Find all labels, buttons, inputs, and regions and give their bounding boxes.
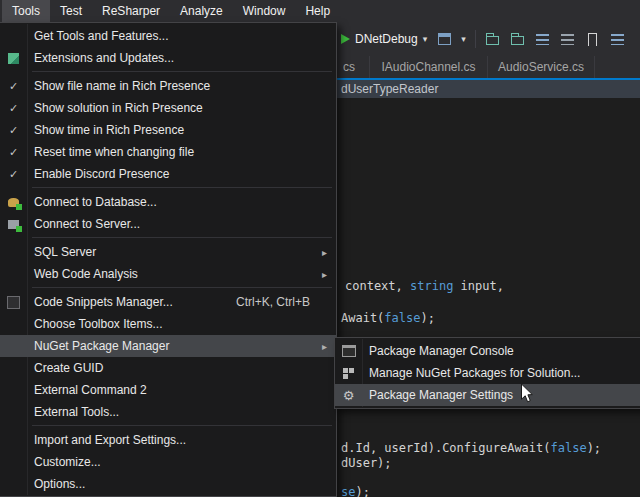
- bookmark-icon[interactable]: [585, 31, 601, 47]
- menubar-item-tools[interactable]: Tools: [2, 0, 50, 22]
- menu-item-label: Enable Discord Presence: [34, 167, 169, 181]
- menu-item-create-guid[interactable]: Create GUID: [0, 357, 336, 379]
- tab-cs[interactable]: cs: [337, 56, 369, 78]
- menu-icon-slot: [4, 476, 23, 492]
- menu-item-sql-server[interactable]: SQL Server▸: [0, 241, 336, 263]
- menu-item-nuget-package-manager[interactable]: NuGet Package Manager▸: [0, 335, 336, 357]
- menubar-item-resharper[interactable]: ReSharper: [92, 0, 170, 22]
- menu-item-connect-to-database[interactable]: Connect to Database...: [0, 191, 336, 213]
- menu-item-label: Code Snippets Manager...: [34, 295, 173, 309]
- menu-item-label: Get Tools and Features...: [34, 29, 169, 43]
- menu-item-label: Connect to Database...: [34, 195, 157, 209]
- menu-item-extensions-and-updates[interactable]: Extensions and Updates...: [0, 47, 336, 69]
- chevron-down-icon[interactable]: ▾: [461, 34, 466, 44]
- check-icon: ✓: [4, 166, 23, 182]
- menu-item-get-tools-and-features[interactable]: Get Tools and Features...: [0, 25, 336, 47]
- menu-item-show-solution-in-rich-presence[interactable]: ✓Show solution in Rich Presence: [0, 97, 336, 119]
- extensions-icon: [4, 50, 23, 66]
- menu-icon-slot: [4, 28, 23, 44]
- check-icon: ✓: [4, 122, 23, 138]
- menu-item-label: Extensions and Updates...: [34, 51, 174, 65]
- tab-audioservice-cs[interactable]: AudioService.cs: [487, 56, 595, 78]
- package-manager-console-icon: [339, 343, 358, 359]
- uncomment-lines-icon[interactable]: [560, 31, 576, 47]
- menu-item-customize[interactable]: Customize...: [0, 451, 336, 473]
- window-glyph: [438, 33, 451, 45]
- menu-item-manage-nuget-packages-for-solution[interactable]: Manage NuGet Packages for Solution...: [335, 362, 640, 384]
- menu-icon-slot: [4, 338, 23, 354]
- menubar-item-window[interactable]: Window: [233, 0, 296, 22]
- menu-item-label: NuGet Package Manager: [34, 339, 169, 353]
- menu-item-label: Reset time when changing file: [34, 145, 194, 159]
- menu-item-enable-discord-presence[interactable]: ✓Enable Discord Presence: [0, 163, 336, 185]
- menu-separator: [32, 425, 332, 426]
- play-icon: [341, 34, 350, 44]
- menu-item-label: Manage NuGet Packages for Solution...: [369, 366, 580, 380]
- menu-item-show-time-in-rich-presence[interactable]: ✓Show time in Rich Presence: [0, 119, 336, 141]
- check-icon: ✓: [4, 78, 23, 94]
- connect-server-icon: [4, 216, 23, 232]
- lines-glyph: [561, 34, 574, 45]
- code-snippets-icon: [4, 294, 23, 310]
- add-item-icon[interactable]: [510, 31, 526, 47]
- comment-lines-icon[interactable]: [535, 31, 551, 47]
- folder-glyph: [486, 36, 499, 45]
- menu-item-shortcut: Ctrl+K, Ctrl+B: [236, 295, 310, 309]
- menu-item-package-manager-settings[interactable]: ⚙Package Manager Settings: [335, 384, 640, 406]
- menu-item-connect-to-server[interactable]: Connect to Server...: [0, 213, 336, 235]
- check-icon: ✓: [4, 144, 23, 160]
- menu-item-external-tools[interactable]: External Tools...: [0, 401, 336, 423]
- open-file-icon[interactable]: [485, 31, 501, 47]
- lines-glyph: [611, 34, 624, 45]
- menu-item-reset-time-when-changing-file[interactable]: ✓Reset time when changing file: [0, 141, 336, 163]
- connect-database-icon: [4, 194, 23, 210]
- menu-separator: [32, 71, 332, 72]
- menu-item-label: External Command 2: [34, 383, 147, 397]
- menu-icon-slot: [4, 266, 23, 282]
- submenu-arrow-icon: ▸: [322, 269, 327, 280]
- chevron-down-icon[interactable]: ▾: [423, 34, 428, 44]
- toolbar-items: DNetDebug ▾ ▾: [341, 30, 626, 48]
- menu-item-show-file-name-in-rich-presence[interactable]: ✓Show file name in Rich Presence: [0, 75, 336, 97]
- mouse-cursor: [520, 383, 534, 404]
- list-members-icon[interactable]: [610, 31, 626, 47]
- menu-item-label: SQL Server: [34, 245, 96, 259]
- start-debug-button[interactable]: DNetDebug ▾: [341, 32, 427, 46]
- menubar-item-help[interactable]: Help: [295, 0, 340, 22]
- menu-item-label: Import and Export Settings...: [34, 433, 186, 447]
- menu-icon-slot: [4, 316, 23, 332]
- nuget-submenu: Package Manager ConsoleManage NuGet Pack…: [334, 337, 640, 409]
- menu-item-label: Show file name in Rich Presence: [34, 79, 210, 93]
- menu-item-import-and-export-settings[interactable]: Import and Export Settings...: [0, 429, 336, 451]
- menu-item-label: Package Manager Console: [369, 344, 514, 358]
- manage-packages-icon: [339, 365, 358, 381]
- menu-icon-slot: [4, 382, 23, 398]
- menu-separator: [32, 287, 332, 288]
- menu-item-label: Package Manager Settings: [369, 388, 513, 402]
- menu-item-label: Connect to Server...: [34, 217, 140, 231]
- menu-icon-slot: [4, 360, 23, 376]
- menu-item-web-code-analysis[interactable]: Web Code Analysis▸: [0, 263, 336, 285]
- menubar-item-test[interactable]: Test: [50, 0, 92, 22]
- menubar-item-analyze[interactable]: Analyze: [170, 0, 233, 22]
- menu-item-options[interactable]: Options...: [0, 473, 336, 495]
- menu-item-label: Web Code Analysis: [34, 267, 138, 281]
- menu-separator: [32, 237, 332, 238]
- menu-icon-slot: [4, 454, 23, 470]
- tab-iaudiochannel-cs[interactable]: IAudioChannel.cs: [369, 56, 487, 78]
- folder-glyph: [511, 36, 524, 45]
- visual-studio-window: ToolsTestReSharperAnalyzeWindowHelp DNet…: [0, 0, 640, 497]
- menu-item-code-snippets-manager[interactable]: Code Snippets Manager...Ctrl+K, Ctrl+B: [0, 291, 336, 313]
- debug-windows-icon[interactable]: [436, 31, 452, 47]
- menu-icon-slot: [4, 244, 23, 260]
- menu-item-label: Create GUID: [34, 361, 103, 375]
- debug-target-label: DNetDebug: [355, 32, 418, 46]
- menu-item-label: Customize...: [34, 455, 101, 469]
- menu-icon-slot: [4, 404, 23, 420]
- toolbar-separator: [475, 30, 476, 48]
- menu-item-choose-toolbox-items[interactable]: Choose Toolbox Items...: [0, 313, 336, 335]
- menu-item-package-manager-console[interactable]: Package Manager Console: [335, 340, 640, 362]
- menu-item-label: Show solution in Rich Presence: [34, 101, 203, 115]
- menu-icon-slot: [4, 432, 23, 448]
- menu-item-external-command-2[interactable]: External Command 2: [0, 379, 336, 401]
